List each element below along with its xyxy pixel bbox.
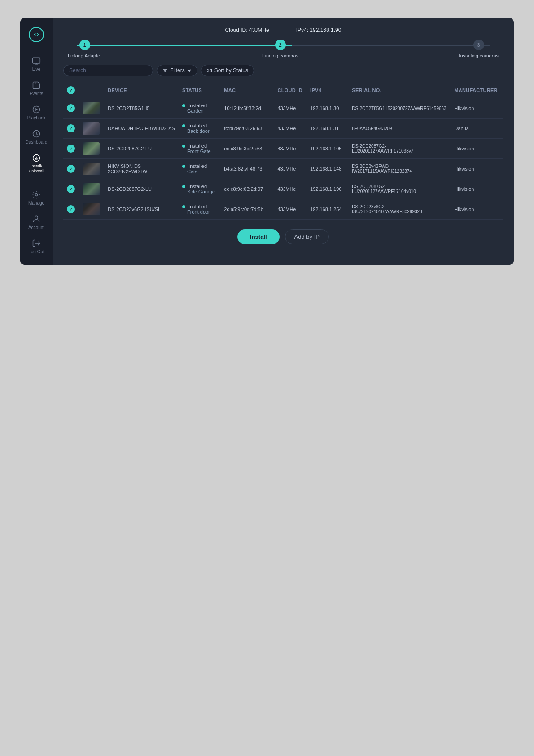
- row-thumb: [79, 98, 104, 119]
- filters-label: Filters: [170, 67, 185, 74]
- row-checkbox[interactable]: ✓: [67, 205, 75, 213]
- row-ipv4: 192.168.1.254: [306, 199, 348, 220]
- row-status: Installed Front Gate: [179, 139, 220, 159]
- step-2-label: Finding cameras: [262, 53, 298, 58]
- filter-bar: Filters Sort by Status: [63, 65, 503, 76]
- row-manufacturer: Hikvision: [451, 179, 503, 199]
- camera-table-body: ✓ DS-2CD2T85G1-I5 Installed Garden 10:12…: [63, 98, 503, 220]
- sidebar-label-dashboard: Dashboard: [26, 140, 48, 145]
- table-row[interactable]: ✓ DS-2CD2087G2-LU Installed Side Garage …: [63, 179, 503, 199]
- svg-point-7: [35, 193, 38, 196]
- cloud-id-label: Cloud ID:: [225, 27, 248, 33]
- step-3-number: 3: [477, 42, 480, 48]
- table-row[interactable]: ✓ HIKVISION DS-2CD24v2FWD-IW Installed C…: [63, 159, 503, 179]
- row-check[interactable]: ✓: [63, 199, 79, 220]
- sidebar-item-dashboard[interactable]: Dashboard: [20, 126, 53, 148]
- select-all-check[interactable]: ✓: [67, 86, 75, 94]
- sidebar-label-live: Live: [32, 67, 40, 72]
- filters-button[interactable]: Filters: [157, 65, 197, 76]
- sidebar-label-events: Events: [30, 91, 44, 96]
- table-row[interactable]: ✓ DAHUA DH-IPC-EBW88v2-AS Installed Back…: [63, 119, 503, 139]
- col-header-status: Status: [179, 83, 220, 98]
- row-ipv4: 192.168.1.148: [306, 159, 348, 179]
- row-status: Installed Front door: [179, 199, 220, 220]
- row-checkbox[interactable]: ✓: [67, 185, 75, 193]
- row-thumb: [79, 179, 104, 199]
- col-header-device: Device: [104, 83, 179, 98]
- status-text: Installed: [188, 184, 207, 189]
- main-content: Cloud ID: 43JMHe IPv4: 192.168.1.90 1 Li…: [53, 18, 514, 265]
- thumbnail-image: [83, 102, 100, 114]
- sidebar-divider: [27, 182, 45, 182]
- row-cloudid: 43JMHe: [274, 98, 307, 119]
- camera-table: ✓ Device Status MAC Cloud ID: [63, 83, 503, 220]
- sidebar-item-logout[interactable]: Log Out: [20, 235, 53, 258]
- row-checkbox[interactable]: ✓: [67, 104, 75, 112]
- step-2-circle: 2: [275, 40, 286, 50]
- sidebar: Live Events Playback Dashboard: [20, 18, 53, 265]
- row-check[interactable]: ✓: [63, 119, 79, 139]
- row-check[interactable]: ✓: [63, 159, 79, 179]
- progress-steps: 1 Linking Adapter 2 Finding cameras 3 In…: [63, 40, 503, 58]
- sidebar-label-account: Account: [28, 225, 44, 230]
- col-header-serial: Serial no.: [348, 83, 451, 98]
- row-ipv4: 192.168.1.31: [306, 119, 348, 139]
- row-mac: 2c:a5:9c:0d:7d:5b: [220, 199, 274, 220]
- row-check[interactable]: ✓: [63, 179, 79, 199]
- status-text: Installed: [188, 103, 207, 108]
- sidebar-label-playback: Playback: [27, 115, 46, 120]
- row-checkbox[interactable]: ✓: [67, 165, 75, 173]
- row-thumb: [79, 119, 104, 139]
- row-manufacturer: Hikvision: [451, 159, 503, 179]
- ipv4-label: IPv4:: [296, 27, 308, 33]
- row-device: DS-2CD2087G2-LU: [104, 179, 179, 199]
- row-ipv4: 192.168.1.105: [306, 139, 348, 159]
- install-button[interactable]: Install: [237, 229, 280, 244]
- row-mac: 10:12:fb:5f:33:2d: [220, 98, 274, 119]
- sidebar-label-manage: Manage: [28, 201, 44, 206]
- sidebar-item-manage[interactable]: Manage: [20, 187, 53, 209]
- table-row[interactable]: ✓ DS-2CD2087G2-LU Installed Front Gate e…: [63, 139, 503, 159]
- table-row[interactable]: ✓ DS-2CD23v6G2-ISU/SL Installed Front do…: [63, 199, 503, 220]
- col-header-ipv4: IPv4: [306, 83, 348, 98]
- status-indicator: [182, 124, 185, 127]
- cloud-id-value: 43JMHe: [249, 27, 269, 33]
- search-input[interactable]: [63, 65, 153, 76]
- col-header-thumb: [79, 83, 104, 98]
- sidebar-item-live[interactable]: Live: [20, 53, 53, 75]
- status-indicator: [182, 165, 185, 168]
- row-serial: DS-2CD2T85G1-I520200727AAWRE61459663: [348, 98, 451, 119]
- ipv4-value: 192.168.1.90: [310, 27, 341, 33]
- sort-button[interactable]: Sort by Status: [201, 65, 254, 76]
- add-by-ip-button[interactable]: Add by IP: [285, 229, 329, 244]
- table-row[interactable]: ✓ DS-2CD2T85G1-I5 Installed Garden 10:12…: [63, 98, 503, 119]
- thumbnail-image: [83, 163, 100, 175]
- ipv4-display: IPv4: 192.168.1.90: [296, 27, 341, 33]
- row-check[interactable]: ✓: [63, 98, 79, 119]
- svg-rect-2: [33, 58, 40, 63]
- cloud-id-display: Cloud ID: 43JMHe: [225, 27, 269, 33]
- row-checkbox[interactable]: ✓: [67, 124, 75, 132]
- events-icon: [32, 81, 41, 90]
- install-icon: [32, 154, 41, 163]
- status-location: Back door: [182, 128, 210, 134]
- row-mac: ec:c8:9c:3c:2c:64: [220, 139, 274, 159]
- row-mac: fc:b6:9d:03:26:63: [220, 119, 274, 139]
- sidebar-item-events[interactable]: Events: [20, 77, 53, 100]
- status-indicator: [182, 185, 185, 188]
- row-check[interactable]: ✓: [63, 139, 79, 159]
- row-checkbox[interactable]: ✓: [67, 145, 75, 153]
- step-1-circle: 1: [79, 40, 90, 50]
- manage-icon: [32, 190, 41, 199]
- step-1-label: Linking Adapter: [68, 53, 102, 58]
- sidebar-item-playback[interactable]: Playback: [20, 101, 53, 124]
- camera-thumbnail: [83, 142, 100, 155]
- row-cloudid: 43JMHe: [274, 199, 307, 220]
- status-text: Installed: [188, 123, 207, 128]
- step-3-label: Installing cameras: [459, 53, 499, 58]
- sidebar-item-install[interactable]: Install/Uninstall: [20, 150, 53, 177]
- status-location: Side Garage: [182, 189, 215, 194]
- sidebar-item-account[interactable]: Account: [20, 211, 53, 233]
- live-icon: [32, 57, 41, 66]
- row-manufacturer: Hikvision: [451, 199, 503, 220]
